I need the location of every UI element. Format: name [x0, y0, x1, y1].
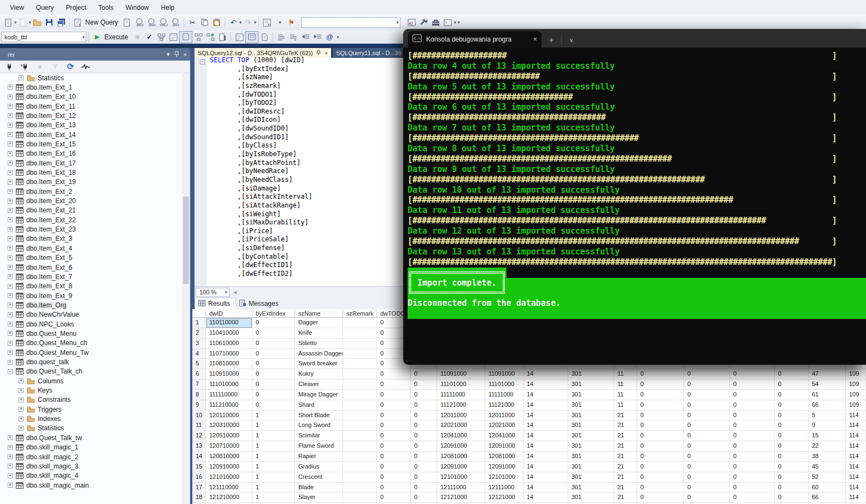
- grid-cell[interactable]: 21: [614, 411, 637, 421]
- tree-item-dbo-skill-magic-4[interactable]: +dbo.skill_magic_4: [0, 471, 78, 481]
- grid-cell[interactable]: 0: [411, 472, 437, 483]
- grid-cell[interactable]: 0: [637, 462, 684, 472]
- new-query-button[interactable]: New Query: [85, 19, 118, 26]
- tree-expander-icon[interactable]: +: [8, 360, 13, 365]
- grid-cell[interactable]: 12041000: [437, 431, 485, 441]
- grid-cell[interactable]: 45: [809, 462, 846, 472]
- grid-cell[interactable]: 11: [614, 390, 637, 400]
- grid-cell[interactable]: 0: [775, 452, 809, 462]
- tree-expander-icon[interactable]: +: [8, 180, 13, 185]
- grid-cell[interactable]: 5: [192, 359, 206, 369]
- grid-cell[interactable]: 0: [411, 390, 437, 400]
- tree-expander-icon[interactable]: +: [8, 256, 13, 260]
- console-dropdown-icon[interactable]: ▾: [454, 20, 457, 25]
- grid-cell[interactable]: [343, 420, 377, 431]
- tree-item-dbo-item-ext-14[interactable]: +dbo.Item_Ext_14: [0, 130, 76, 139]
- grid-cell[interactable]: 0: [377, 483, 411, 493]
- grid-cell[interactable]: 21: [614, 441, 637, 452]
- grid-cell[interactable]: 15: [192, 462, 206, 472]
- add-item-icon[interactable]: [17, 17, 29, 28]
- tree-expander-icon[interactable]: +: [8, 445, 13, 450]
- tree-item-triggers[interactable]: +Triggers: [0, 405, 62, 414]
- grid-cell[interactable]: 1: [252, 483, 295, 493]
- grid-cell[interactable]: [343, 359, 377, 369]
- grid-cell[interactable]: 12121000: [485, 493, 523, 503]
- live-query-stats-icon[interactable]: [204, 32, 216, 43]
- terminal-new-tab-icon[interactable]: +: [549, 35, 553, 44]
- menu-view[interactable]: View: [4, 2, 30, 14]
- grid-cell[interactable]: 6: [192, 369, 206, 380]
- grid-cell[interactable]: 0: [637, 441, 684, 452]
- grid-cell[interactable]: [343, 349, 377, 359]
- uncomment-lines-icon[interactable]: [287, 32, 299, 43]
- grid-cell[interactable]: 121010000: [206, 472, 252, 483]
- tab-results[interactable]: Results: [195, 298, 236, 309]
- grid-cell[interactable]: 0: [684, 390, 730, 400]
- grid-cell[interactable]: 5: [809, 411, 846, 421]
- display-estimated-plan-icon[interactable]: [155, 32, 167, 43]
- tree-expander-icon[interactable]: +: [8, 85, 13, 90]
- grid-cell[interactable]: 0: [252, 349, 295, 359]
- code-fold-collapse-icon[interactable]: −: [200, 60, 205, 64]
- grid-cell[interactable]: 0: [775, 369, 809, 380]
- grid-cell[interactable]: 0: [411, 380, 437, 390]
- grid-cell[interactable]: 14: [523, 431, 568, 441]
- tree-item-dbo-skill-magic-3[interactable]: +dbo.skill_magic_3: [0, 461, 78, 471]
- grid-cell[interactable]: 0: [730, 369, 775, 380]
- client-statistics-icon[interactable]: [216, 32, 228, 43]
- grid-cell[interactable]: 1: [252, 420, 295, 431]
- tree-item-dbo-item-ext-19[interactable]: +dbo.Item_Ext_19: [0, 177, 76, 187]
- tree-expander-icon[interactable]: +: [8, 274, 13, 279]
- tree-item-dbo-quest-menu-ch[interactable]: +dbo.Quest_Menu_ch: [0, 339, 87, 348]
- tree-expander-icon[interactable]: +: [8, 322, 13, 327]
- grid-header-cell[interactable]: szRemark: [343, 309, 377, 318]
- grid-cell[interactable]: 0: [411, 420, 437, 431]
- grid-cell[interactable]: 11111000: [485, 390, 523, 400]
- grid-cell[interactable]: 2: [192, 328, 206, 339]
- grid-cell[interactable]: 52: [809, 472, 846, 483]
- grid-cell[interactable]: 21: [614, 472, 637, 483]
- dax-query-icon[interactable]: DAX: [169, 17, 181, 28]
- tree-item-dbo-newchrvalue[interactable]: +dbo.NewChrValue: [0, 310, 79, 319]
- grid-cell[interactable]: 114: [846, 462, 866, 472]
- undo-icon[interactable]: ↶: [227, 17, 239, 28]
- toolbox-icon[interactable]: [430, 17, 442, 28]
- save-all-icon[interactable]: [55, 17, 67, 28]
- tree-expander-icon[interactable]: +: [8, 246, 13, 251]
- object-explorer-titlebar[interactable]: rer ▾ ×: [0, 48, 190, 61]
- grid-cell[interactable]: 10: [192, 411, 206, 421]
- panel-pin-icon[interactable]: [174, 51, 179, 58]
- grid-cell[interactable]: 111010000: [206, 380, 252, 390]
- grid-cell[interactable]: 0: [377, 390, 411, 400]
- menu-project[interactable]: Project: [60, 2, 91, 14]
- sidebar-scrollbar[interactable]: [182, 73, 190, 504]
- tree-expander-icon[interactable]: +: [8, 208, 13, 213]
- grid-cell[interactable]: 1: [252, 452, 295, 462]
- grid-cell[interactable]: 12111000: [437, 483, 485, 493]
- grid-cell[interactable]: 12091000: [437, 441, 485, 452]
- grid-cell[interactable]: 47: [809, 369, 846, 380]
- grid-cell[interactable]: 15: [809, 431, 846, 441]
- activity-monitor-icon[interactable]: [80, 61, 92, 72]
- tree-item-dbo-item-ext-5[interactable]: +dbo.Item_Ext_5: [0, 253, 72, 263]
- tree-expander-icon[interactable]: +: [19, 388, 23, 393]
- grid-header-cell[interactable]: dwID: [206, 309, 252, 318]
- grid-cell[interactable]: 21: [614, 483, 637, 493]
- grid-cell[interactable]: 11091000: [485, 369, 523, 380]
- grid-cell[interactable]: 1: [252, 493, 295, 503]
- tree-expander-icon[interactable]: +: [8, 236, 13, 241]
- tree-expander-icon[interactable]: +: [8, 265, 13, 270]
- grid-cell[interactable]: 0: [377, 452, 411, 462]
- grid-cell[interactable]: 0: [252, 400, 295, 411]
- grid-cell[interactable]: 14: [523, 493, 568, 503]
- terminal-tab-close-icon[interactable]: ×: [533, 35, 537, 43]
- grid-cell[interactable]: Cleaver: [295, 380, 343, 390]
- grid-cell[interactable]: 110610000: [206, 339, 252, 349]
- menu-help[interactable]: Help: [156, 2, 180, 14]
- grid-cell[interactable]: 0: [637, 452, 684, 462]
- tree-item-dbo-item-ext-1[interactable]: +dbo.Item_Ext_1: [0, 82, 72, 92]
- tree-item-dbo-item-ext-11[interactable]: +dbo.Item_Ext_11: [0, 102, 75, 111]
- grid-cell[interactable]: 11121000: [437, 400, 485, 411]
- toolbar1-overflow-icon[interactable]: ▾: [457, 20, 459, 25]
- grid-cell[interactable]: 111110000: [206, 390, 252, 400]
